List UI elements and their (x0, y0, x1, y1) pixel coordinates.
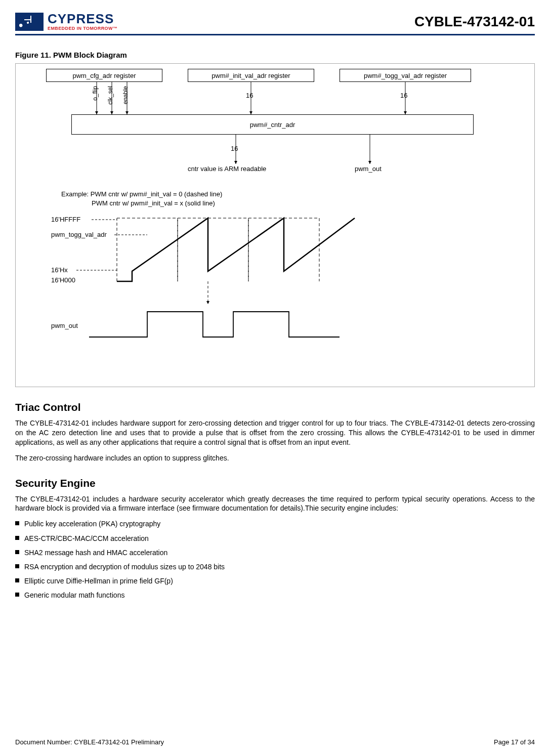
logo: CYPRESS EMBEDDED IN TOMORROW™ (15, 12, 117, 31)
content: Figure 11. PWM Block Diagram pwm_cfg_adr… (15, 46, 535, 723)
part-number: CYBLE-473142-01 (414, 14, 535, 30)
security-bullet-list: Public key acceleration (PKA) cryptograp… (15, 519, 535, 600)
page-header: CYPRESS EMBEDDED IN TOMORROW™ CYBLE-4731… (15, 12, 535, 34)
list-item: RSA encryption and decryption of modulus… (15, 562, 535, 571)
page-number: Page 17 of 34 (494, 738, 535, 746)
page-footer: Document Number: CYBLE-473142-01 Prelimi… (15, 723, 535, 746)
logo-tagline: EMBEDDED IN TOMORROW™ (48, 26, 117, 31)
list-item: AES-CTR/CBC-MAC/CCM acceleration (15, 534, 535, 543)
figure-caption: Figure 11. PWM Block Diagram (15, 51, 535, 59)
doc-number: Document Number: CYBLE-473142-01 Prelimi… (15, 738, 164, 746)
triac-paragraph-1: The CYBLE-473142-01 includes hardware su… (15, 418, 535, 447)
list-item: SHA2 message hash and HMAC acceleration (15, 548, 535, 557)
pwm-block-diagram: pwm_cfg_adr register pwm#_init_val_adr r… (15, 63, 535, 387)
heading-triac: Triac Control (15, 401, 535, 413)
list-item: Public key acceleration (PKA) cryptograp… (15, 519, 535, 528)
logo-icon (15, 13, 44, 31)
list-item: Elliptic curve Diffie-Hellman in prime f… (15, 576, 535, 585)
diagram-svg (16, 64, 534, 387)
header-rule (15, 34, 535, 35)
list-item: Generic modular math functions (15, 591, 535, 600)
security-paragraph: The CYBLE-473142-01 includes a hardware … (15, 494, 535, 514)
heading-security: Security Engine (15, 477, 535, 489)
triac-paragraph-2: The zero-crossing hardware includes an o… (15, 453, 535, 463)
logo-word: CYPRESS (48, 12, 117, 25)
